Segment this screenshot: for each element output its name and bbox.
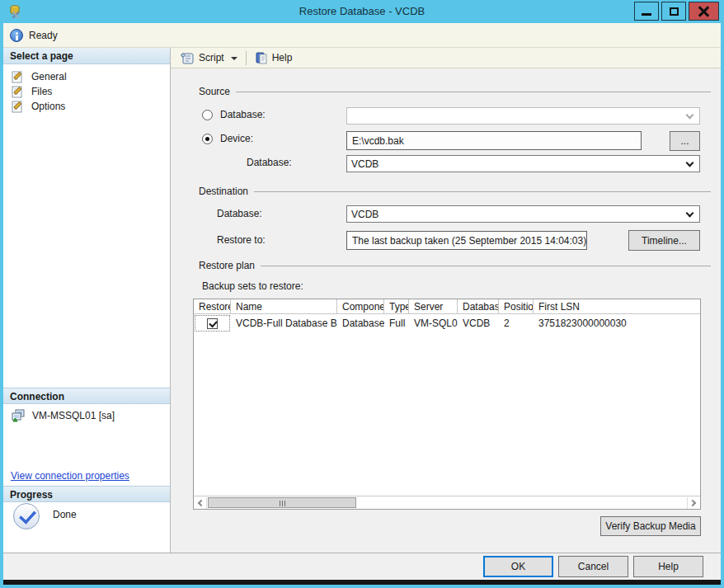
column-header-database[interactable]: Database <box>458 299 499 313</box>
column-header-type[interactable]: Type <box>384 299 409 313</box>
help-toolbar-label: Help <box>272 52 293 64</box>
connection-header: Connection <box>3 388 170 404</box>
progress-status-label: Done <box>53 509 77 529</box>
chevron-down-icon <box>686 111 694 120</box>
sidebar-item-files[interactable]: Files <box>3 84 170 99</box>
toolbar-separator <box>246 51 247 65</box>
status-text: Ready <box>29 30 58 41</box>
window-bottom-border <box>3 585 721 588</box>
cell-server: VM-SQL01 <box>409 318 458 329</box>
done-check-icon <box>13 503 40 529</box>
sidebar: Select a page General <box>3 48 171 553</box>
restore-to-label: Restore to: <box>217 234 266 246</box>
column-header-server[interactable]: Server <box>409 299 458 313</box>
minimize-button[interactable] <box>634 2 659 21</box>
script-dropdown-icon[interactable] <box>231 57 237 60</box>
backup-sets-label: Backup sets to restore: <box>202 280 303 292</box>
scrollbar-thumb[interactable] <box>208 497 356 508</box>
toolbar: Script Help <box>171 48 721 68</box>
column-header-position[interactable]: Position <box>499 299 534 313</box>
page-icon <box>12 100 25 113</box>
help-button-footer[interactable]: Help <box>633 556 703 577</box>
destination-database-label: Database: <box>217 208 262 219</box>
sidebar-item-label: Files <box>31 86 52 97</box>
source-database-label: Database: <box>247 157 292 168</box>
scroll-left-button[interactable] <box>194 497 207 509</box>
table-row[interactable]: VCDB-Full Database Backup Database Full … <box>194 314 700 332</box>
script-label: Script <box>199 52 224 64</box>
database-radio-label[interactable]: Database: <box>220 109 266 120</box>
view-connection-properties-link[interactable]: View connection properties <box>11 470 129 482</box>
source-database-combobox[interactable] <box>346 107 700 125</box>
cell-position: 2 <box>499 318 534 329</box>
page-icon <box>12 85 25 98</box>
sidebar-item-options[interactable]: Options <box>3 99 170 114</box>
column-header-restore[interactable]: Restore <box>194 299 231 313</box>
verify-backup-media-button[interactable]: Verify Backup Media <box>600 516 701 536</box>
titlebar: Restore Database - VCDB <box>3 0 721 23</box>
cell-name: VCDB-Full Database Backup <box>231 318 337 329</box>
help-icon <box>255 51 268 64</box>
server-icon <box>12 409 26 422</box>
sidebar-item-label: Options <box>31 101 65 112</box>
chevron-right-icon <box>689 500 696 506</box>
window-title: Restore Database - VCDB <box>3 5 721 17</box>
source-device-database-combobox[interactable]: VCDB <box>346 155 700 172</box>
maximize-button[interactable] <box>661 2 686 21</box>
destination-group-label: Destination <box>199 186 248 197</box>
sidebar-item-label: General <box>31 71 67 82</box>
cancel-button[interactable]: Cancel <box>558 556 628 577</box>
device-radio-label[interactable]: Device: <box>220 133 253 144</box>
device-radio[interactable] <box>202 134 213 144</box>
window-controls <box>632 2 719 21</box>
group-divider <box>254 191 711 192</box>
select-a-page-header: Select a page <box>3 48 170 64</box>
chevron-down-icon <box>686 209 694 218</box>
status-bar: Ready <box>3 23 721 48</box>
column-header-component[interactable]: Component <box>337 299 384 313</box>
restore-to-field[interactable]: The last backup taken (25 September 2015… <box>346 231 587 250</box>
column-header-name[interactable]: Name <box>231 299 337 313</box>
restore-plan-group-label: Restore plan <box>199 260 255 271</box>
cell-component: Database <box>337 318 384 329</box>
chevron-down-icon <box>686 159 694 167</box>
table-header-row: Restore Name Component Type Server Datab… <box>194 299 700 314</box>
maximize-icon <box>670 7 679 16</box>
page-icon <box>12 70 25 83</box>
connection-server: VM-MSSQL01 [sa] <box>12 409 115 422</box>
cell-database: VCDB <box>458 318 499 329</box>
group-divider <box>261 266 711 266</box>
script-icon <box>181 52 195 64</box>
ok-button[interactable]: OK <box>483 556 553 577</box>
chevron-left-icon <box>198 500 205 506</box>
script-button[interactable]: Script <box>177 49 241 67</box>
column-header-first-lsn[interactable]: First LSN <box>534 299 700 313</box>
timeline-button[interactable]: Timeline... <box>628 230 700 251</box>
footer: OK Cancel Help <box>3 553 721 580</box>
backup-sets-table: Restore Name Component Type Server Datab… <box>193 299 701 510</box>
main-panel: Script Help Source <box>171 48 721 553</box>
restore-checkbox[interactable] <box>207 318 218 329</box>
grip-icon <box>282 501 283 506</box>
source-group-label: Source <box>199 86 230 97</box>
connection-server-label: VM-MSSQL01 [sa] <box>32 410 115 421</box>
info-icon <box>10 29 23 42</box>
progress-header: Progress <box>3 486 170 502</box>
group-divider <box>236 92 711 92</box>
cell-first-lsn: 3751823000000030 <box>534 318 700 329</box>
scroll-right-button[interactable] <box>687 497 700 509</box>
minimize-icon <box>642 13 651 16</box>
sidebar-item-general[interactable]: General <box>3 69 170 84</box>
close-button[interactable] <box>689 2 719 21</box>
progress-status: Done <box>13 503 77 529</box>
device-path-field[interactable]: E:\vcdb.bak <box>346 131 642 150</box>
horizontal-scrollbar[interactable] <box>194 496 700 509</box>
database-radio[interactable] <box>202 110 213 120</box>
destination-database-combobox[interactable]: VCDB <box>346 205 700 223</box>
restore-database-dialog: Restore Database - VCDB Ready Select a p… <box>0 0 724 588</box>
cell-type: Full <box>384 318 409 329</box>
browse-button[interactable]: ... <box>670 131 700 151</box>
restore-checkbox-cell[interactable] <box>194 314 231 332</box>
help-button[interactable]: Help <box>252 49 296 67</box>
